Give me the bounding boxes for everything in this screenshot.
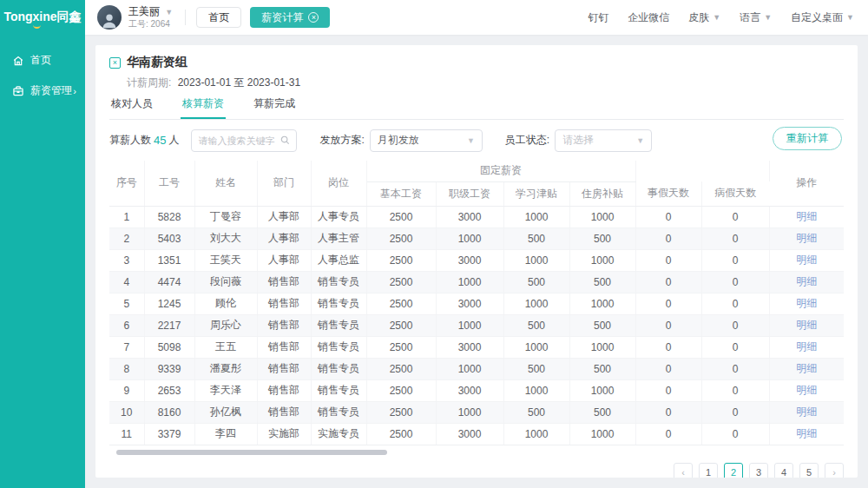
topbar-tab-home[interactable]: 首页 <box>196 7 241 28</box>
table-cell: 0 <box>635 314 701 336</box>
topbar-right-menu: 钉钉 企业微信 皮肤 ▼ 语言 ▼ 自定义桌面 ▼ <box>569 10 854 25</box>
menu-item-skin[interactable]: 皮肤 ▼ <box>688 10 720 25</box>
table-cell: 3000 <box>436 423 503 445</box>
menu-item-dingtalk[interactable]: 钉钉 <box>588 10 608 25</box>
table-cell: 人事部 <box>257 206 311 228</box>
table-cell: 5828 <box>144 206 194 228</box>
table-cell: 500 <box>569 228 635 249</box>
menu-item-custom-desktop[interactable]: 自定义桌面 ▼ <box>791 10 854 25</box>
detail-link[interactable]: 明细 <box>796 406 817 418</box>
table-row: 92653李天泽销售部销售专员250030001000100000明细 <box>109 379 844 401</box>
col-header: 序号 <box>109 161 144 206</box>
user-info[interactable]: 王美丽 ▼ 工号: 2064 <box>128 5 173 30</box>
sidebar-item-home[interactable]: 首页 <box>0 45 85 76</box>
table-cell: 0 <box>701 293 769 314</box>
table-cell: 3000 <box>436 293 503 314</box>
chevron-down-icon: ▼ <box>165 8 173 16</box>
table-cell: 4 <box>109 271 144 293</box>
tab-verify-staff[interactable]: 核对人员 <box>109 96 155 119</box>
topbar: 王美丽 ▼ 工号: 2064 首页 薪资计算 × 钉钉 企业微信 皮肤 ▼ <box>85 0 868 35</box>
detail-link[interactable]: 明细 <box>796 319 817 331</box>
detail-link[interactable]: 明细 <box>796 232 817 244</box>
divider <box>185 10 186 25</box>
tab-calc-salary[interactable]: 核算薪资 <box>181 96 226 119</box>
table-cell: 500 <box>503 314 569 336</box>
chevron-down-icon: ▼ <box>764 13 772 22</box>
plan-select[interactable]: 月初发放 ▼ <box>370 129 483 152</box>
table-cell: 丁曼容 <box>194 206 257 228</box>
table-cell: 1000 <box>436 228 503 249</box>
table-cell: 实施专员 <box>311 423 366 445</box>
collapse-group-icon[interactable]: × <box>109 57 121 69</box>
search-icon[interactable] <box>280 135 290 145</box>
table-cell: 0 <box>701 249 769 271</box>
table-cell: 0 <box>635 293 701 314</box>
table-cell: 0 <box>701 271 769 293</box>
page-number-button[interactable]: 1 <box>699 463 718 478</box>
table-cell: 销售部 <box>257 314 311 336</box>
table-cell: 9 <box>109 379 144 401</box>
col-header: 操作 <box>769 161 844 206</box>
salary-table: 序号 工号 姓名 部门 岗位 固定薪资 操作 基本工资 职级工资 学习津贴 住房… <box>109 161 844 445</box>
table-cell: 0 <box>635 228 701 249</box>
table-cell: 500 <box>569 271 635 293</box>
detail-link[interactable]: 明细 <box>796 210 817 222</box>
table-row: 25403刘大大人事部人事主管2500100050050000明细 <box>109 228 844 249</box>
table-cell: 0 <box>701 358 769 379</box>
table-cell: 0 <box>635 379 701 401</box>
user-employee-id: 工号: 2064 <box>128 19 173 30</box>
table-cell: 7 <box>109 336 144 358</box>
page-tabs: 核对人员 核算薪资 算薪完成 <box>109 96 844 120</box>
table-row: 15828丁曼容人事部人事专员250030001000100000明细 <box>109 206 844 228</box>
page-number-button[interactable]: 4 <box>774 463 793 478</box>
pagination: ‹12345› <box>109 463 844 478</box>
main-content: × 华南薪资组 计薪周期: 2023-01-01 至 2023-01-31 核对… <box>85 35 868 488</box>
table-row: 44474段问薇销售部销售专员2500100050050000明细 <box>109 271 844 293</box>
page-number-button[interactable]: 3 <box>749 463 768 478</box>
detail-link[interactable]: 明细 <box>796 297 817 309</box>
page-number-button[interactable]: 5 <box>799 463 819 478</box>
table-cell: 1000 <box>569 423 635 445</box>
page-number-button[interactable]: 2 <box>724 463 743 478</box>
table-cell: 1351 <box>144 249 194 271</box>
horizontal-scrollbar <box>109 450 844 455</box>
table-cell: 0 <box>635 358 701 379</box>
table-cell: 孙亿枫 <box>194 401 257 423</box>
table-cell: 实施部 <box>257 423 311 445</box>
horizontal-scrollbar-thumb[interactable] <box>116 450 387 455</box>
brand-logo[interactable]: Tongxine同鑫 <box>0 0 85 35</box>
menu-item-wecom[interactable]: 企业微信 <box>628 10 669 25</box>
table-cell: 2217 <box>144 314 194 336</box>
col-header: 学习津贴 <box>503 181 569 206</box>
detail-link[interactable]: 明细 <box>796 254 817 266</box>
table-cell: 500 <box>569 358 635 379</box>
status-select[interactable]: 请选择 ▼ <box>555 129 652 152</box>
avatar[interactable] <box>97 5 122 30</box>
table-cell: 3000 <box>436 379 503 401</box>
table-row: 62217周乐心销售部销售专员2500100050050000明细 <box>109 314 844 336</box>
detail-link[interactable]: 明细 <box>796 275 817 287</box>
menu-item-label: 自定义桌面 <box>791 10 843 25</box>
recalculate-button[interactable]: 重新计算 <box>773 127 842 150</box>
next-page-button[interactable]: › <box>825 463 844 478</box>
topbar-tab-payroll-calc[interactable]: 薪资计算 × <box>250 7 330 28</box>
search-input[interactable] <box>198 135 278 146</box>
sidebar-item-payroll[interactable]: 薪资管理 › <box>0 76 85 106</box>
table-cell: 0 <box>635 249 701 271</box>
close-icon[interactable]: × <box>308 12 319 23</box>
table-cell: 0 <box>701 314 769 336</box>
table-row: 51245顾伦销售部销售专员250030001000100000明细 <box>109 293 844 314</box>
wallet-icon <box>12 85 24 97</box>
prev-page-button[interactable]: ‹ <box>674 463 693 478</box>
detail-link[interactable]: 明细 <box>796 384 817 396</box>
table-cell: 2500 <box>366 293 436 314</box>
detail-link[interactable]: 明细 <box>796 362 817 374</box>
table-cell: 销售部 <box>257 379 311 401</box>
tab-calc-done[interactable]: 算薪完成 <box>252 96 297 119</box>
table-cell-action: 明细 <box>769 423 844 445</box>
detail-link[interactable]: 明细 <box>796 340 817 353</box>
menu-item-language[interactable]: 语言 ▼ <box>740 10 772 25</box>
table-cell: 销售专员 <box>311 379 366 401</box>
detail-link[interactable]: 明细 <box>796 427 817 439</box>
table-cell: 0 <box>701 423 769 445</box>
